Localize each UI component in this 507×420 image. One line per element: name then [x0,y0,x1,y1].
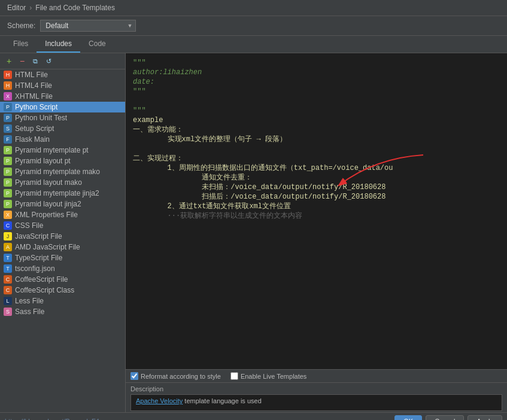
pyramid-1-icon: P [4,146,12,154]
file-item-label: Pyramid mytemplate pt [15,146,89,154]
live-templates-checkbox[interactable] [230,372,238,380]
add-template-button[interactable]: + [4,56,14,66]
code-line: 1、周期性的扫描数据出口的通知文件（txt_path=/voice_data/o… [133,163,500,173]
file-item-label: XHTML File [15,92,53,101]
list-item[interactable]: S Sass File [0,306,125,317]
list-item[interactable]: H HTML4 File [0,80,125,91]
remove-template-button[interactable]: − [17,56,28,66]
file-item-label: Pyramid layout pt [15,157,71,165]
tab-includes[interactable]: Includes [37,36,80,53]
ok-button[interactable]: OK [394,415,422,420]
tab-files[interactable]: Files [5,36,37,53]
list-item[interactable]: P Python Unit Test [0,112,125,123]
file-list: H HTML File H HTML4 File X XHTML File P … [0,69,125,412]
xml-props-icon: X [4,211,12,219]
python-unit-test-icon: P [4,114,12,122]
coffeescript-file-icon: C [4,275,12,284]
file-item-label: Python Unit Test [15,114,67,122]
description-panel: Description Apache Velocity template lan… [126,382,507,412]
cancel-button[interactable]: Cancel [426,415,464,420]
bottom-bar: https://blog.csdn.net/Beyond_F4 OK Cance… [0,412,507,420]
pyramid-5-icon: P [4,189,12,197]
code-bottom-toolbar: Reformat according to style Enable Live … [126,369,507,382]
file-item-label: Pyramid mytemplate mako [15,168,100,176]
code-line: date: [133,77,500,87]
breadcrumb-separator: › [29,4,32,12]
left-toolbar: + − ⧉ ↺ [0,53,125,69]
code-line: 二、实现过程： [133,154,500,163]
page-title: File and Code Templates [35,4,115,12]
list-item[interactable]: L Less File [0,296,125,306]
list-item[interactable]: P Pyramid mytemplate pt [0,145,125,156]
tsconfig-icon: T [4,264,12,273]
file-item-label: Sass File [15,308,44,316]
list-item[interactable]: A AMD JavaScript File [0,242,125,252]
scheme-label: Scheme: [7,22,35,30]
apache-velocity-link[interactable]: Apache Velocity [136,397,183,404]
list-item[interactable]: T tsconfig.json [0,263,125,274]
reformat-checkbox[interactable] [130,372,138,380]
left-panel: + − ⧉ ↺ H HTML File H HTML4 File X XHTML… [0,53,126,412]
list-item[interactable]: P Pyramid mytemplate jinja2 [0,188,125,199]
copy-template-button[interactable]: ⧉ [30,56,41,66]
pyramid-3-icon: P [4,168,12,176]
reset-template-button[interactable]: ↺ [43,56,54,66]
file-item-label: tsconfig.json [15,264,55,273]
file-item-label: Pyramid layout jinja2 [15,200,81,208]
list-item[interactable]: X XHTML File [0,91,125,102]
list-item[interactable]: S Setup Script [0,123,125,134]
file-item-label: CoffeeScript File [15,275,68,284]
list-item[interactable]: C CSS File [0,220,125,231]
pyramid-6-icon: P [4,200,12,208]
code-line: ···获取解析字符串以生成文件的文本内容 [133,211,500,221]
list-item[interactable]: P Pyramid layout pt [0,156,125,166]
watermark-text: https://blog.csdn.net/Beyond_F4 [5,418,99,420]
pyramid-4-icon: P [4,178,12,187]
list-item[interactable]: H HTML File [0,69,125,80]
description-text: template language is used [183,397,261,404]
list-item[interactable]: J JavaScript File [0,231,125,242]
file-item-label: CSS File [15,221,43,230]
code-line: 一、需求功能： [133,125,500,135]
list-item[interactable]: C CoffeeScript Class [0,285,125,296]
apply-button[interactable]: Apply [467,415,502,420]
code-line [133,96,500,106]
code-line: 2、通过txt通知文件获取xml文件位置 [133,202,500,211]
list-item[interactable]: X XML Properties File [0,209,125,220]
list-item[interactable]: T TypeScript File [0,252,125,263]
list-item[interactable]: P Pyramid layout jinja2 [0,199,125,209]
ts-file-icon: T [4,254,12,262]
file-item-label: Pyramid mytemplate jinja2 [15,189,99,197]
list-item[interactable]: F Flask Main [0,134,125,145]
file-item-label: HTML4 File [15,81,52,90]
right-panel: """ author:lihaizhen date: """ """ examp… [126,53,507,412]
scheme-select-wrapper[interactable]: Default [40,20,136,32]
file-item-label: TypeScript File [15,254,62,262]
code-line: author:lihaizhen [133,68,500,77]
file-item-label: AMD JavaScript File [15,243,80,251]
title-bar: Editor › File and Code Templates [0,0,507,16]
python-script-item[interactable]: P Python Script [0,102,125,112]
amd-js-icon: A [4,243,12,251]
code-editor[interactable]: """ author:lihaizhen date: """ """ examp… [126,53,507,369]
list-item[interactable]: P Pyramid mytemplate mako [0,166,125,177]
tab-code[interactable]: Code [80,36,114,53]
coffeescript-class-icon: C [4,286,12,294]
list-item[interactable]: P Pyramid layout mako [0,177,125,188]
scheme-select[interactable]: Default [40,20,136,32]
file-item-label: XML Properties File [15,211,78,219]
code-line [133,144,500,154]
code-line: """ [133,58,500,68]
list-item[interactable]: C CoffeeScript File [0,274,125,285]
code-line: example [133,115,500,125]
file-item-label: JavaScript File [15,232,62,241]
html-file-icon: H [4,71,12,79]
file-item-label: Flask Main [15,135,50,144]
pyramid-2-icon: P [4,157,12,165]
live-templates-checkbox-label[interactable]: Enable Live Templates [230,372,306,380]
reformat-checkbox-label[interactable]: Reformat according to style [130,372,221,380]
setup-script-icon: S [4,124,12,133]
reformat-label: Reformat according to style [141,373,221,380]
code-line: 未扫描：/voice_data/output/notify/R_20180628 [133,182,500,192]
code-line: 实现xml文件的整理（句子 → 段落） [133,135,500,144]
